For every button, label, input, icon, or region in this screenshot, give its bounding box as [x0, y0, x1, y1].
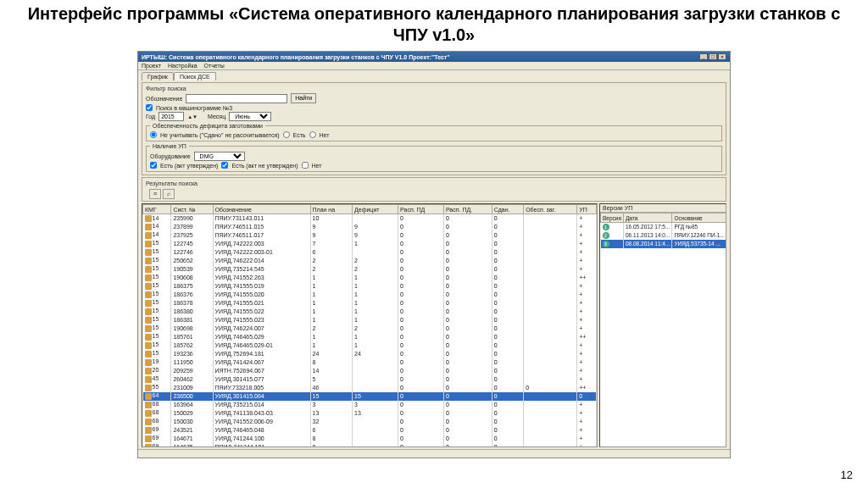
col-header[interactable]: Сдан. [492, 205, 523, 214]
label-rad-net: Нет [320, 132, 330, 138]
results-title: Результаты поиска [146, 180, 722, 186]
group-deficit: Обеспеченность дефицита заготовками Не у… [146, 123, 722, 141]
designation-input[interactable] [186, 94, 287, 103]
label-net2: Нет [312, 163, 322, 169]
month-select[interactable]: Июнь [229, 112, 271, 121]
label-rad-ignore: Не учитывать ("Сдано" не рассчитывается) [160, 132, 280, 138]
chk-approved[interactable] [150, 162, 157, 169]
table-row[interactable]: 64236500УИЯД.301415.06415150000 [143, 392, 597, 401]
label-rad-est: Есть [293, 132, 306, 138]
label-search-mashinogram: Поиск в машинограмме №3 [156, 105, 232, 111]
chk-not-approved[interactable] [221, 162, 228, 169]
table-row[interactable]: 45260462УИЯД.301415.0775000+ [143, 375, 597, 384]
table-row[interactable]: 15122745УИЯД.742222.00371000+ [143, 240, 597, 248]
slide-title: Интерфейс программы «Система оперативног… [0, 0, 868, 51]
col-header[interactable]: Дата [623, 214, 671, 223]
maximize-button[interactable]: □ [709, 53, 717, 60]
window-title: ИРТЫШ: Система оперативного календарного… [142, 54, 450, 60]
col-header[interactable]: Обозначение [213, 205, 310, 214]
table-row[interactable]: 15186376УИЯД.741555.02011000+ [143, 291, 597, 299]
table-row[interactable]: 15190698УИЯД.746224.00722000+ [143, 324, 597, 333]
rad-ignore[interactable] [150, 131, 157, 138]
table-row[interactable]: 15193236УИЯД.752694.1812424000+ [143, 350, 597, 358]
group-deficit-title: Обеспеченность дефицита заготовками [150, 123, 265, 129]
col-header[interactable]: Версия [601, 214, 624, 223]
menu-bar: Проект Настройка Отчеты [138, 62, 730, 70]
versions-grid[interactable]: ВерсияДатаОснование116.05.2012 17:5...РГ… [600, 213, 726, 248]
equipment-select[interactable]: DMG [194, 152, 245, 161]
table-row[interactable]: 15186381УИЯД.741555.02311000+ [143, 316, 597, 324]
table-row[interactable]: 15185762УИЯД.746465.029-0111000+ [143, 341, 597, 350]
table-row[interactable]: 69164675ПЯИД.741244.1018000+ [143, 443, 597, 448]
col-header[interactable]: Сист. № [171, 205, 213, 214]
col-header[interactable]: Дефицит [353, 205, 398, 214]
results-toolbar: ≡ ⌕ [146, 188, 722, 200]
table-row[interactable]: 15186380УИЯД.741555.02211000+ [143, 308, 597, 316]
table-row[interactable]: 68150029УИЯД.741138.043-031313000+ [143, 409, 597, 418]
rad-est[interactable] [283, 131, 290, 138]
close-button[interactable]: × [718, 53, 726, 60]
results-panel-header: Результаты поиска ≡ ⌕ [142, 177, 726, 202]
table-row[interactable]: 68150030УИЯД.741552.006-0932000+ [143, 418, 597, 426]
table-row[interactable]: 15190539УИЯД.735214.54522000+ [143, 265, 597, 274]
menu-reports[interactable]: Отчеты [204, 63, 225, 69]
label-not-approved: Есть (акт не утвержден) [231, 163, 298, 169]
status-bar [138, 449, 730, 458]
label-designation: Обозначение [146, 96, 182, 102]
label-month: Месяц [208, 114, 225, 119]
versions-title: Версии УП [600, 204, 726, 213]
menu-project[interactable]: Проект [142, 63, 161, 69]
label-equipment: Оборудование [150, 153, 191, 159]
table-row[interactable]: 14235990ПЯИУ.731143.01110000+ [143, 214, 597, 223]
col-header[interactable]: План на [310, 205, 353, 214]
table-row[interactable]: 14237899ПЯИУ.746511.01599000+ [143, 223, 597, 231]
version-row[interactable]: 206.11.2013 14:0...ПЯИУ.12246 ПИ-1... [601, 231, 727, 240]
label-year: Год [146, 114, 155, 119]
find-button[interactable]: Найти [291, 93, 316, 103]
col-header[interactable]: Обесп. заг. [524, 205, 577, 214]
results-grid[interactable]: КМГСист. №ОбозначениеПлан наДефицитРасп.… [142, 203, 598, 447]
toolbar-btn-2[interactable]: ⌕ [163, 189, 175, 199]
menu-settings[interactable]: Настройка [168, 63, 197, 69]
chk-net2[interactable] [302, 162, 309, 169]
filter-panel: Фильтр поиска Обозначение Найти Поиск в … [142, 82, 726, 175]
page-number: 12 [841, 469, 853, 481]
col-header[interactable]: Расп. ПД [398, 205, 444, 214]
col-header[interactable]: Основание [672, 214, 726, 223]
rad-net[interactable] [309, 131, 316, 138]
group-up-title: Наличие УП [150, 143, 189, 149]
table-row[interactable]: 15185761УИЯД.746465.02911000++ [143, 333, 597, 341]
table-row[interactable]: 15122746УИЯД.742222.003-016000+ [143, 248, 597, 257]
version-row[interactable]: 308.08.2014 11:4...УИЯД.53735-14 ... [601, 240, 727, 248]
col-header[interactable]: УП [577, 205, 597, 214]
table-row[interactable]: 15186378УИЯД.741555.02111000+ [143, 299, 597, 308]
tabs: График Поиск ДСЕ [138, 70, 730, 80]
table-row[interactable]: 19111950УИЯД.741424.0678000+ [143, 358, 597, 367]
title-bar: ИРТЫШ: Система оперативного календарного… [138, 52, 730, 62]
label-approved: Есть (акт утвержден) [160, 163, 218, 169]
toolbar-btn-1[interactable]: ≡ [149, 189, 161, 199]
app-window: ИРТЫШ: Система оперативного календарного… [137, 51, 731, 458]
col-header[interactable]: КМГ [143, 205, 171, 214]
version-row[interactable]: 116.05.2012 17:5...РГД №85 [601, 223, 727, 231]
table-row[interactable]: 69243521УИЯД.746465.0486000+ [143, 426, 597, 435]
tab-search-dse[interactable]: Поиск ДСЕ [174, 72, 216, 80]
year-input[interactable] [159, 112, 184, 121]
chk-search-mashinogram[interactable] [146, 104, 153, 111]
tab-schedule[interactable]: График [142, 72, 174, 80]
versions-panel: Версии УП ВерсияДатаОснование116.05.2012… [599, 203, 726, 447]
table-row[interactable]: 15190608УИЯД.741552.26311000++ [143, 274, 597, 282]
group-up: Наличие УП Оборудование DMG Есть (акт ут… [146, 143, 722, 172]
table-row[interactable]: 55231009ПЯИУ.733218.005460000++ [143, 384, 597, 392]
table-row[interactable]: 68163964УИЯД.735215.01433000+ [143, 401, 597, 409]
table-row[interactable]: 15186375УИЯД.741555.01911000+ [143, 282, 597, 291]
table-row[interactable]: 20209259ИЯТН.752694.06714000+ [143, 367, 597, 375]
table-row[interactable]: 14237925ПЯИУ.746511.01799000+ [143, 231, 597, 240]
filter-panel-title: Фильтр поиска [146, 86, 722, 92]
col-header[interactable]: Расп. ПД. [443, 205, 492, 214]
table-row[interactable]: 69164671УИЯД.741244.1008000+ [143, 435, 597, 443]
table-row[interactable]: 15250652УИЯД.746222.01422000+ [143, 257, 597, 265]
minimize-button[interactable]: _ [699, 53, 708, 60]
